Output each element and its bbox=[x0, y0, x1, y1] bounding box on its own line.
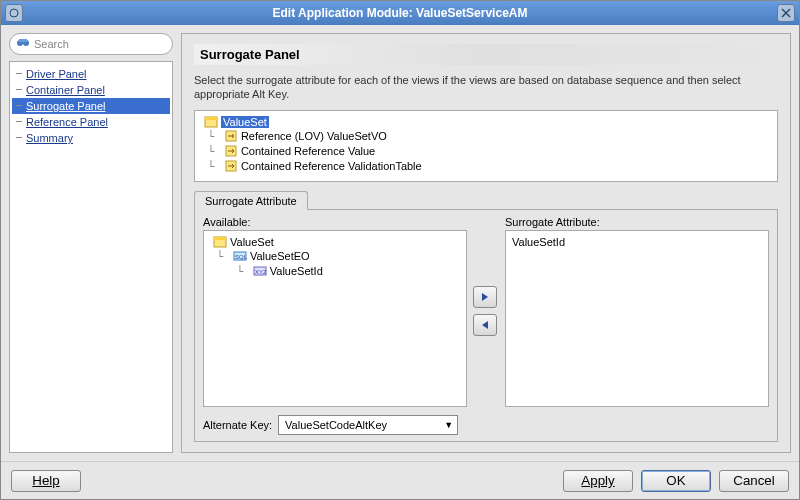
shuttle-buttons bbox=[473, 216, 499, 407]
nav-list: Driver PanelContainer PanelSurrogate Pan… bbox=[9, 61, 173, 453]
search-input[interactable]: Search bbox=[9, 33, 173, 55]
sql-icon: SQL bbox=[233, 250, 247, 262]
tree-label: ValueSetId bbox=[270, 265, 323, 277]
ref-icon bbox=[224, 130, 238, 142]
dialog-body: Search Driver PanelContainer PanelSurrog… bbox=[1, 25, 799, 461]
tree-row[interactable]: ValueSet bbox=[201, 115, 771, 129]
tree-row[interactable]: └ Contained Reference ValidationTable bbox=[201, 159, 771, 174]
tab-row: Surrogate Attribute bbox=[194, 190, 778, 209]
svg-point-0 bbox=[10, 9, 18, 17]
tree-row[interactable]: └ XYZValueSetId bbox=[210, 264, 460, 279]
tree-label: ValueSet bbox=[221, 116, 269, 128]
apply-button[interactable]: Apply bbox=[563, 470, 633, 492]
sidebar-item[interactable]: Reference Panel bbox=[12, 114, 170, 130]
window-menu-icon[interactable] bbox=[5, 4, 23, 22]
sidebar: Search Driver PanelContainer PanelSurrog… bbox=[9, 33, 173, 453]
main-title: Surrogate Panel bbox=[194, 44, 778, 65]
move-right-button[interactable] bbox=[473, 286, 497, 308]
tree-row[interactable]: ValueSet bbox=[210, 235, 460, 249]
sidebar-item[interactable]: Surrogate Panel bbox=[12, 98, 170, 114]
ref-icon bbox=[224, 160, 238, 172]
dialog-footer: Help Apply OK Cancel bbox=[1, 461, 799, 499]
entity-icon bbox=[204, 116, 218, 128]
selected-list[interactable]: ValueSetId bbox=[505, 230, 769, 407]
sidebar-item[interactable]: Driver Panel bbox=[12, 66, 170, 82]
alternate-key-row: Alternate Key: ValueSetCodeAltKey ▼ bbox=[203, 415, 769, 435]
surrogate-tabset: Surrogate Attribute Available: ValueSet … bbox=[194, 190, 778, 442]
list-item[interactable]: ValueSetId bbox=[512, 235, 762, 249]
tree-row[interactable]: └ Contained Reference Value bbox=[201, 144, 771, 159]
tree-label: ValueSet bbox=[230, 236, 274, 248]
tab-surrogate-attribute[interactable]: Surrogate Attribute bbox=[194, 191, 308, 210]
svg-text:XYZ: XYZ bbox=[255, 269, 267, 275]
tree-label: ValueSetEO bbox=[250, 250, 310, 262]
dialog-window: Edit Application Module: ValueSetService… bbox=[0, 0, 800, 500]
selected-column: Surrogate Attribute: ValueSetId bbox=[505, 216, 769, 407]
move-left-button[interactable] bbox=[473, 314, 497, 336]
svg-rect-10 bbox=[214, 237, 226, 240]
cancel-button[interactable]: Cancel bbox=[719, 470, 789, 492]
views-tree[interactable]: ValueSet └ Reference (LOV) ValueSetVO └ … bbox=[194, 110, 778, 182]
search-placeholder: Search bbox=[34, 38, 69, 50]
main-description: Select the surrogate attribute for each … bbox=[194, 73, 778, 102]
selected-label: Surrogate Attribute: bbox=[505, 216, 769, 228]
entity-icon bbox=[213, 236, 227, 248]
chevron-down-icon: ▼ bbox=[444, 420, 453, 430]
help-button[interactable]: Help bbox=[11, 470, 81, 492]
available-column: Available: ValueSet └ SQLValueSetEO └ XY… bbox=[203, 216, 467, 407]
available-label: Available: bbox=[203, 216, 467, 228]
tree-label: Reference (LOV) ValueSetVO bbox=[241, 130, 387, 142]
main-panel: Surrogate Panel Select the surrogate att… bbox=[181, 33, 791, 453]
sidebar-item[interactable]: Summary bbox=[12, 130, 170, 146]
sidebar-item[interactable]: Container Panel bbox=[12, 82, 170, 98]
xyz-icon: XYZ bbox=[253, 265, 267, 277]
close-icon[interactable] bbox=[777, 4, 795, 22]
tree-row[interactable]: └ Reference (LOV) ValueSetVO bbox=[201, 129, 771, 144]
tree-label: Contained Reference Value bbox=[241, 145, 375, 157]
alternate-key-label: Alternate Key: bbox=[203, 419, 272, 431]
svg-text:SQL: SQL bbox=[235, 254, 247, 260]
window-title: Edit Application Module: ValueSetService… bbox=[23, 6, 777, 20]
svg-rect-3 bbox=[19, 39, 27, 42]
ref-icon bbox=[224, 145, 238, 157]
available-list[interactable]: ValueSet └ SQLValueSetEO └ XYZValueSetId bbox=[203, 230, 467, 407]
titlebar: Edit Application Module: ValueSetService… bbox=[1, 1, 799, 25]
tab-pane: Available: ValueSet └ SQLValueSetEO └ XY… bbox=[194, 209, 778, 442]
tree-label: Contained Reference ValidationTable bbox=[241, 160, 422, 172]
svg-rect-5 bbox=[205, 117, 217, 120]
alternate-key-value: ValueSetCodeAltKey bbox=[285, 419, 387, 431]
shuttle: Available: ValueSet └ SQLValueSetEO └ XY… bbox=[203, 216, 769, 407]
binoculars-icon bbox=[16, 37, 30, 51]
ok-button[interactable]: OK bbox=[641, 470, 711, 492]
tree-row[interactable]: └ SQLValueSetEO bbox=[210, 249, 460, 264]
alternate-key-combo[interactable]: ValueSetCodeAltKey ▼ bbox=[278, 415, 458, 435]
